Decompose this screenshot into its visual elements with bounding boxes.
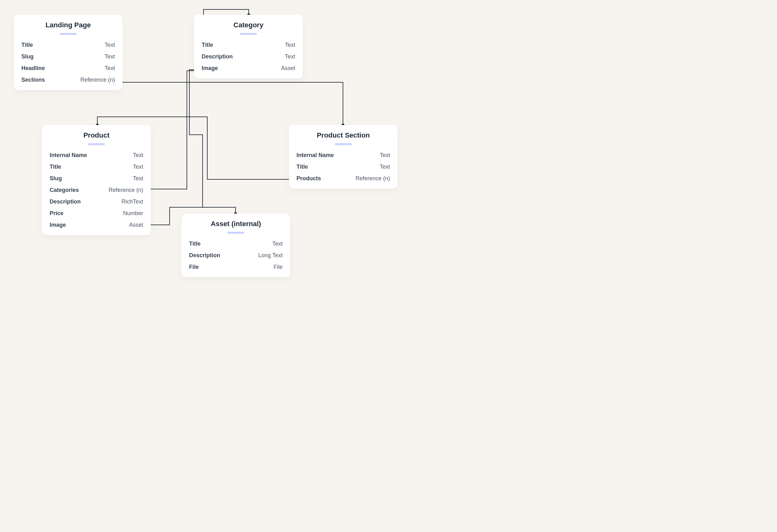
field-name: Internal Name [49, 152, 87, 158]
field-name: Title [189, 240, 201, 247]
field-row[interactable]: HeadlineText [21, 63, 116, 74]
field-type: Asset [281, 65, 295, 72]
field-row[interactable]: ProductsReference (n) [296, 173, 391, 184]
field-type: Text [285, 42, 295, 48]
field-name: Title [202, 42, 213, 48]
connector-line [151, 71, 194, 189]
field-type: Text [105, 42, 115, 48]
field-name: File [189, 264, 199, 271]
node-category[interactable]: Category TitleTextDescriptionTextImageAs… [194, 15, 303, 79]
field-name: Description [49, 199, 81, 205]
field-type: RichText [122, 199, 143, 205]
field-name: Slug [21, 54, 34, 60]
field-type: Text [133, 164, 143, 170]
field-type: Text [285, 54, 295, 60]
accent-bar [227, 232, 244, 234]
field-name: Products [297, 175, 321, 182]
field-type: Reference (n) [80, 77, 115, 83]
node-title: Landing Page [21, 21, 116, 29]
node-asset[interactable]: Asset (internal) TitleTextDescriptionLon… [182, 214, 290, 277]
connector-line [189, 70, 236, 214]
field-row[interactable]: TitleText [201, 39, 296, 51]
field-list: TitleTextDescriptionTextImageAsset [201, 39, 296, 74]
field-list: TitleTextDescriptionLong TextFileFile [189, 238, 283, 273]
field-type: Text [133, 175, 143, 182]
field-list: Internal NameTextTitleTextSlugTextCatego… [49, 149, 144, 231]
field-list: Internal NameTextTitleTextProductsRefere… [296, 149, 391, 184]
field-name: Internal Name [297, 152, 334, 158]
accent-bar [60, 33, 77, 35]
accent-bar [88, 143, 105, 145]
field-name: Price [49, 210, 64, 217]
diagram-canvas: Landing Page TitleTextSlugTextHeadlineTe… [0, 0, 415, 284]
field-row[interactable]: ImageAsset [201, 63, 296, 74]
field-row[interactable]: DescriptionText [201, 51, 296, 63]
field-name: Title [297, 164, 308, 170]
field-name: Headline [21, 65, 45, 72]
connector-line [204, 9, 249, 15]
node-product-section[interactable]: Product Section Internal NameTextTitleTe… [289, 125, 398, 189]
accent-bar [335, 143, 352, 145]
node-title: Product [49, 131, 144, 139]
node-product[interactable]: Product Internal NameTextTitleTextSlugTe… [42, 125, 151, 235]
field-row[interactable]: TitleText [21, 39, 116, 51]
field-name: Title [21, 42, 33, 48]
field-row[interactable]: Internal NameText [296, 149, 391, 161]
field-type: Text [380, 152, 390, 158]
field-row[interactable]: TitleText [49, 161, 144, 173]
field-type: Asset [129, 222, 143, 228]
field-type: File [273, 264, 283, 271]
field-row[interactable]: ImageAsset [49, 219, 144, 231]
field-row[interactable]: SectionsReference (n) [21, 74, 116, 86]
field-name: Title [49, 164, 61, 170]
field-row[interactable]: DescriptionLong Text [189, 250, 283, 261]
field-row[interactable]: DescriptionRichText [49, 196, 144, 208]
node-title: Product Section [296, 131, 391, 139]
field-type: Reference (n) [355, 175, 390, 182]
field-name: Categories [49, 187, 79, 194]
field-list: TitleTextSlugTextHeadlineTextSectionsRef… [21, 39, 116, 86]
field-row[interactable]: TitleText [189, 238, 283, 250]
field-name: Image [202, 65, 218, 72]
field-row[interactable]: TitleText [296, 161, 391, 173]
accent-bar [240, 33, 257, 35]
field-row[interactable]: SlugText [49, 173, 144, 184]
node-title: Asset (internal) [189, 220, 283, 228]
field-name: Image [49, 222, 66, 228]
node-landing-page[interactable]: Landing Page TitleTextSlugTextHeadlineTe… [14, 15, 122, 90]
field-row[interactable]: SlugText [21, 51, 116, 63]
field-row[interactable]: FileFile [189, 261, 283, 273]
field-type: Number [123, 210, 143, 217]
connector-line [122, 82, 343, 125]
node-title: Category [201, 21, 296, 29]
field-type: Reference (n) [109, 187, 143, 194]
field-row[interactable]: CategoriesReference (n) [49, 184, 144, 196]
field-type: Text [105, 54, 115, 60]
field-name: Sections [21, 77, 45, 83]
field-name: Slug [49, 175, 62, 182]
field-name: Description [189, 252, 220, 259]
field-type: Text [133, 152, 143, 158]
field-type: Text [272, 240, 283, 247]
field-type: Text [380, 164, 390, 170]
field-type: Long Text [258, 252, 283, 259]
field-name: Description [202, 54, 233, 60]
field-row[interactable]: PriceNumber [49, 208, 144, 219]
field-row[interactable]: Internal NameText [49, 149, 144, 161]
field-type: Text [105, 65, 115, 72]
